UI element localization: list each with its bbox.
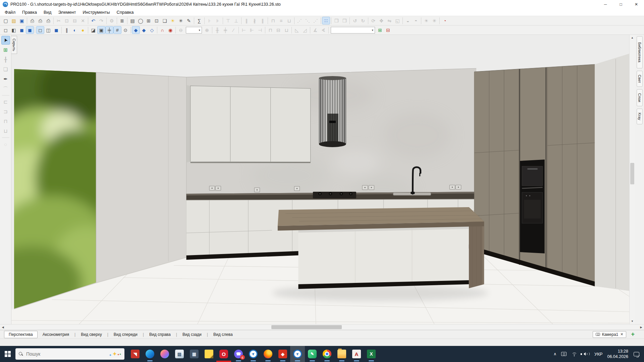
plumbing-button[interactable]: ∥: [63, 26, 71, 34]
fit-height-button[interactable]: ⊧: [214, 17, 222, 24]
redo-button[interactable]: ↷: [97, 17, 105, 24]
print-button[interactable]: ⎙: [36, 17, 44, 24]
taskbar-app-autocad[interactable]: A: [349, 346, 364, 362]
move-object-button[interactable]: ✥: [377, 17, 385, 24]
taskbar-app-opera[interactable]: O: [216, 346, 231, 362]
new-file-button[interactable]: ▢: [2, 17, 10, 24]
side-tab-light[interactable]: Свет: [637, 71, 643, 87]
taskbar-app-viber[interactable]: ☎6: [231, 346, 246, 362]
dimension-tool-button[interactable]: ╂: [1, 55, 10, 64]
rotate-step-1-button[interactable]: ⋰: [296, 17, 304, 24]
dimensions-view-button[interactable]: ⊡: [153, 17, 161, 24]
view-tab-left-view[interactable]: Вид слева: [209, 331, 237, 338]
scroll-down-arrow-icon[interactable]: ▼: [630, 318, 635, 324]
distribute-3-button[interactable]: ∥: [259, 17, 267, 24]
light-a-button[interactable]: ☀: [422, 17, 430, 24]
taskbar-app-pro100-focused[interactable]: ➤: [290, 346, 305, 362]
align-center-v-button[interactable]: ⊟: [274, 26, 282, 34]
render-button[interactable]: ✳: [177, 17, 185, 24]
rotate-left-button[interactable]: ↺: [351, 17, 359, 24]
element-properties-button[interactable]: ≣: [118, 17, 126, 24]
center-vertical-button[interactable]: ⊥: [232, 17, 240, 24]
visibility-button[interactable]: ⊙: [121, 26, 129, 34]
side-tab-kray[interactable]: Kray: [637, 109, 643, 124]
settings-button[interactable]: ⚙: [108, 17, 116, 24]
view-tab-right-view[interactable]: Вид справа: [145, 331, 175, 338]
open-file-button[interactable]: ▨: [10, 17, 18, 24]
timer-button[interactable]: ◔: [441, 17, 449, 24]
view-sketch-button[interactable]: ◧: [10, 26, 18, 34]
horizontal-scrollbar[interactable]: ◀ ▶: [0, 324, 644, 330]
align-bottom-tool-button[interactable]: ⊔: [1, 127, 10, 135]
align-wall-1-button[interactable]: ◺: [293, 26, 301, 34]
magnet-button[interactable]: ∩: [158, 26, 166, 34]
taskbar-app-notes[interactable]: ✎: [305, 346, 320, 362]
taskbar-app-sticky-notes[interactable]: [202, 346, 216, 362]
tilt-1-button[interactable]: ∡: [311, 26, 319, 34]
select-tool-button[interactable]: ➤: [1, 36, 10, 45]
rotate-right-button[interactable]: ↻: [359, 17, 367, 24]
taskbar-app-excel[interactable]: X: [364, 346, 379, 362]
sphere-view-button[interactable]: ◐: [71, 26, 79, 34]
zoom-in-button[interactable]: ⊕: [203, 26, 211, 34]
snap-grid-button[interactable]: ∷: [322, 17, 330, 24]
search-tool-button[interactable]: ◌: [1, 140, 10, 148]
material-tool-button[interactable]: ◪: [89, 26, 97, 34]
vertical-scrollbar[interactable]: ▲ ▼: [629, 35, 635, 324]
hide-panel-tab[interactable]: Скрыть: [11, 36, 17, 54]
print-export-button[interactable]: ⎙: [44, 17, 52, 24]
align-left-edge-button[interactable]: ⊢: [240, 26, 248, 34]
lamp-button[interactable]: ●: [79, 26, 87, 34]
view-tab-axonometry[interactable]: Аксонометрия: [38, 331, 73, 338]
fit-width-button[interactable]: ⊦: [206, 17, 214, 24]
search-input[interactable]: [26, 351, 109, 357]
taskbar-app-pro100[interactable]: ➤: [246, 346, 261, 362]
new-element-button[interactable]: ⊞: [1, 46, 10, 54]
copy-button[interactable]: ⊡: [63, 17, 71, 24]
align-wall-2-button[interactable]: ◿: [301, 26, 309, 34]
menu-help[interactable]: Справка: [113, 9, 137, 15]
align-bottom-edge-button[interactable]: ⊔: [282, 26, 290, 34]
align-bottom-button[interactable]: ⊔: [285, 17, 293, 24]
snap-edges-button[interactable]: ◆: [140, 26, 148, 34]
taskbar-app-chrome[interactable]: [320, 346, 334, 362]
language-indicator[interactable]: УКР: [594, 352, 603, 357]
volume-icon[interactable]: [582, 352, 590, 356]
structure-button[interactable]: ⊞: [145, 17, 153, 24]
scale-object-button[interactable]: ◱: [393, 17, 401, 24]
sun-light-button[interactable]: ☀: [169, 17, 177, 24]
taskbar-app-firefox[interactable]: [261, 346, 275, 362]
rotate-object-button[interactable]: ⟳: [369, 17, 377, 24]
snap-center-button[interactable]: ◉: [166, 26, 174, 34]
align-top-edge-button[interactable]: ⊓: [266, 26, 274, 34]
distribute-2-button[interactable]: ∦: [251, 17, 259, 24]
taskbar-search[interactable]: ✦✦●●: [15, 348, 124, 360]
proj-perspective-button[interactable]: ◻: [36, 26, 44, 34]
add-view-button[interactable]: +: [631, 331, 635, 338]
ellipse-tool-button[interactable]: ◯: [137, 17, 145, 24]
taskbar-app-sketchup[interactable]: ◥: [128, 346, 143, 362]
zoom-level-combobox[interactable]: ▾: [186, 27, 202, 34]
align-top-tool-button[interactable]: ⊓: [1, 117, 10, 126]
align-middle-button[interactable]: ≡: [277, 17, 285, 24]
vertical-scroll-track[interactable]: [630, 41, 635, 318]
horizontal-scroll-thumb[interactable]: [271, 325, 342, 329]
scroll-right-arrow-icon[interactable]: ▶: [638, 326, 644, 329]
hidden-icons-chevron-icon[interactable]: ∧: [553, 352, 556, 356]
delete-button[interactable]: ✕: [79, 17, 87, 24]
taskbar-app-finereader[interactable]: ◈: [275, 346, 290, 362]
menu-edit[interactable]: Правка: [19, 9, 40, 15]
tilt-2-button[interactable]: ∢: [319, 26, 327, 34]
space-evenly-v-button[interactable]: ╪: [221, 26, 229, 34]
add-element-button[interactable]: ⊞: [376, 26, 384, 34]
maximize-button[interactable]: □: [613, 0, 629, 9]
taskbar-app-calculator[interactable]: ▦: [187, 346, 202, 362]
proj-orthogonal-button[interactable]: ◼: [52, 26, 60, 34]
snap-cursor-button[interactable]: ◇: [148, 26, 156, 34]
view-color-button[interactable]: ◼: [18, 26, 26, 34]
minimize-button[interactable]: ─: [598, 0, 613, 9]
side-tab-layers[interactable]: Слои: [637, 89, 643, 106]
zoom-out-button[interactable]: ⊖: [177, 26, 185, 34]
center-horizontal-button[interactable]: ⊤: [224, 17, 232, 24]
taskbar-app-copilot[interactable]: [157, 346, 172, 362]
